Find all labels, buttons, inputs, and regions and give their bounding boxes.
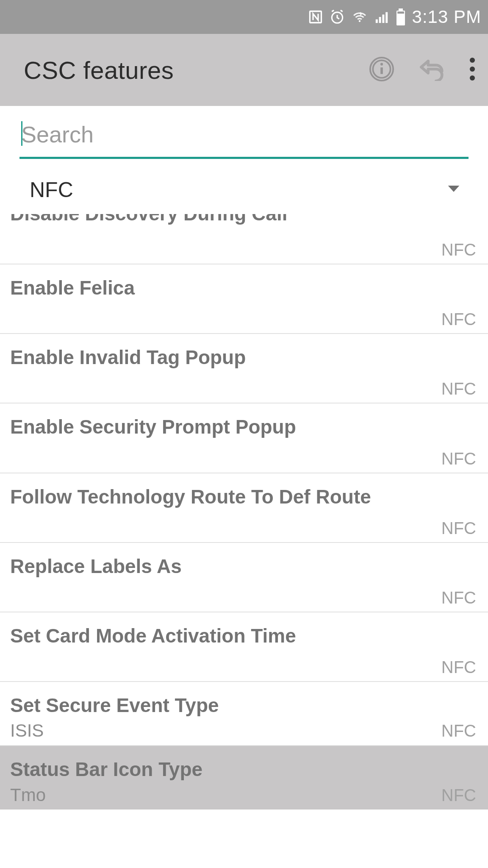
list-item-title: Enable Security Prompt Popup <box>10 412 478 439</box>
list-item-value: ISIS <box>10 721 44 741</box>
svg-rect-6 <box>399 8 403 11</box>
list-item-tag: NFC <box>441 449 478 468</box>
status-time: 3:13 PM <box>412 7 481 27</box>
svg-point-14 <box>470 75 475 81</box>
undo-icon <box>418 57 446 83</box>
svg-rect-5 <box>385 12 388 23</box>
app-bar: CSC features <box>0 34 488 106</box>
category-dropdown[interactable]: NFC <box>0 159 488 214</box>
list-item-cutoff[interactable]: Disable Discovery During Call NFC <box>0 214 488 264</box>
list-item-bottom: NFC <box>10 578 478 607</box>
list-item[interactable]: Enable FelicaNFC <box>0 264 488 333</box>
list-item-value: Tmo <box>10 785 46 805</box>
list-item-title: Disable Discovery During Call <box>10 214 287 225</box>
list-item-title: Status Bar Icon Type <box>10 754 478 781</box>
wifi-icon <box>351 9 368 25</box>
list-item-tag: NFC <box>441 721 478 740</box>
status-bar: 3:13 PM <box>0 0 488 34</box>
appbar-actions <box>369 56 475 84</box>
svg-rect-8 <box>397 11 404 14</box>
list-item-bottom: TmoNFC <box>10 782 478 805</box>
svg-rect-3 <box>379 17 381 23</box>
search-input[interactable] <box>19 115 469 159</box>
list-item-bottom: NFC <box>10 648 478 677</box>
signal-icon <box>374 10 389 24</box>
text-cursor <box>21 121 22 146</box>
list-item-tag: NFC <box>441 786 478 805</box>
list-item-tag: NFC <box>10 230 478 264</box>
svg-point-11 <box>380 63 383 65</box>
info-icon <box>369 56 395 84</box>
list-item-tag: NFC <box>441 588 478 607</box>
list-item-title: Enable Felica <box>10 273 478 300</box>
list-item-bottom: NFC <box>10 300 478 329</box>
more-vert-icon <box>469 57 475 83</box>
back-button[interactable] <box>418 57 446 83</box>
page-title: CSC features <box>24 56 369 84</box>
list-item-tag: NFC <box>441 379 478 398</box>
category-selected-label: NFC <box>30 178 73 202</box>
list-item-tag: NFC <box>441 658 478 677</box>
feature-list: Enable FelicaNFCEnable Invalid Tag Popup… <box>0 264 488 810</box>
list-item-title: Follow Technology Route To Def Route <box>10 482 478 509</box>
screen: 3:13 PM CSC features <box>0 0 488 868</box>
nfc-icon <box>308 9 323 25</box>
list-item-bottom: NFC <box>10 439 478 468</box>
list-item-title: Replace Labels As <box>10 551 478 578</box>
battery-icon <box>395 8 406 25</box>
list-item-tag: NFC <box>441 310 478 329</box>
list-item[interactable]: Set Card Mode Activation TimeNFC <box>0 612 488 681</box>
list-item[interactable]: Replace Labels AsNFC <box>0 542 488 612</box>
list-item-title: Set Card Mode Activation Time <box>10 621 478 648</box>
svg-rect-4 <box>382 14 384 23</box>
search-container <box>0 106 488 159</box>
list-item[interactable]: Set Secure Event TypeISISNFC <box>0 681 488 745</box>
list-item[interactable]: Enable Invalid Tag PopupNFC <box>0 333 488 403</box>
alarm-icon <box>329 9 345 25</box>
list-item[interactable]: Enable Security Prompt PopupNFC <box>0 403 488 472</box>
bottom-space <box>0 810 488 868</box>
list-item-bottom: NFC <box>10 369 478 398</box>
svg-point-12 <box>470 58 475 63</box>
list-item[interactable]: Follow Technology Route To Def RouteNFC <box>0 473 488 542</box>
overflow-button[interactable] <box>469 57 475 83</box>
list-item-tag: NFC <box>441 519 478 538</box>
dropdown-arrow-icon <box>447 186 460 194</box>
list-item-bottom: ISISNFC <box>10 717 478 741</box>
list-item-title: Set Secure Event Type <box>10 690 478 717</box>
info-button[interactable] <box>369 56 395 84</box>
list-item-bottom: NFC <box>10 509 478 538</box>
svg-point-13 <box>470 67 475 72</box>
svg-rect-2 <box>375 19 377 23</box>
list-item[interactable]: Status Bar Icon TypeTmoNFC <box>0 745 488 809</box>
list-item-title: Enable Invalid Tag Popup <box>10 342 478 369</box>
